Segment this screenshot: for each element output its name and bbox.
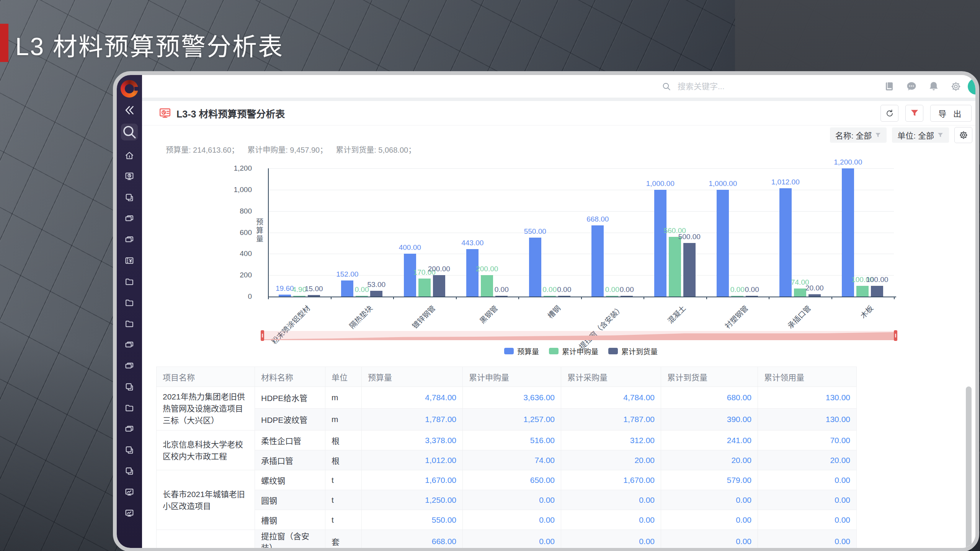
unit-cell: t: [325, 490, 362, 510]
value-cell: 650.00: [463, 470, 561, 490]
bar-预算量-9[interactable]: [779, 188, 792, 297]
search-input[interactable]: [677, 82, 803, 91]
funnel-icon: [875, 132, 881, 139]
bar-预算量-2[interactable]: [341, 280, 353, 297]
table-scrollbar[interactable]: [966, 386, 972, 548]
value-cell: 0.00: [758, 530, 857, 548]
material-name-cell: 螺纹钢: [255, 470, 325, 490]
bar-累计到货量-10[interactable]: [871, 286, 883, 297]
table-row: 提拉窗（含安装）套668.000.000.000.000.00: [157, 530, 857, 548]
name-filter-chip[interactable]: 名称: 全部: [830, 127, 887, 143]
settings-icon[interactable]: [950, 81, 962, 92]
bar-预算量-8[interactable]: [717, 190, 729, 297]
sidebar-item-stack-rects-icon[interactable]: [124, 235, 134, 245]
sidebar-collapse-button[interactable]: [123, 104, 136, 117]
material-name-cell: HDPE波纹管: [255, 409, 325, 430]
sidebar-item-folder-icon[interactable]: [124, 319, 134, 329]
column-header: 项目名称: [157, 367, 255, 387]
bar-累计到货量-8[interactable]: [746, 296, 758, 297]
bar-预算量-10[interactable]: [842, 168, 854, 297]
refresh-icon: [885, 109, 894, 118]
zoom-handle-right[interactable]: [894, 330, 897, 341]
zoom-handle-left[interactable]: [261, 330, 264, 341]
bar-累计申购量-4[interactable]: [481, 275, 493, 297]
bar-累计到货量-7[interactable]: [683, 243, 696, 297]
bar-预算量-7[interactable]: [654, 190, 666, 297]
sidebar-item-copy-squares-icon[interactable]: [124, 192, 134, 202]
bar-预算量-1[interactable]: [279, 295, 291, 297]
value-cell: 0.00: [661, 530, 758, 548]
sidebar-item-stack-rects-icon[interactable]: [124, 361, 134, 371]
sidebar-item-copy-squares-icon[interactable]: [124, 466, 134, 476]
sidebar-item-stack-rects-icon[interactable]: [124, 214, 134, 223]
filter-chips-row: 名称: 全部 单位: 全部: [830, 127, 972, 143]
bar-预算量-5[interactable]: [529, 238, 541, 297]
bar-累计到货量-4[interactable]: [495, 296, 508, 297]
value-cell: 4,784.00: [362, 387, 463, 409]
value-cell: 20.00: [661, 450, 758, 470]
report-content: L3-3 材料预算预警分析表 导 出 名称: 全部 单位: 全部: [142, 101, 975, 548]
chart-settings-button[interactable]: [954, 127, 972, 143]
bar-累计申购量-8[interactable]: [731, 296, 743, 297]
bar-预算量-3[interactable]: [404, 254, 416, 297]
bar-累计到货量-5[interactable]: [558, 296, 570, 297]
sidebar-item-monitor-trend-icon[interactable]: [124, 487, 134, 497]
sidebar-item-copy-squares-icon[interactable]: [124, 382, 134, 392]
global-search[interactable]: [662, 82, 815, 91]
legend-item-预算量[interactable]: 预算量: [504, 346, 539, 356]
bar-累计申购量-2[interactable]: [356, 296, 368, 297]
bar-累计到货量-6[interactable]: [621, 296, 633, 297]
filter-button[interactable]: [905, 105, 923, 122]
sidebar-search-button[interactable]: [121, 124, 138, 140]
column-header: 累计到货量: [661, 367, 758, 387]
notebook-icon[interactable]: [884, 81, 895, 92]
chart-zoom-slider[interactable]: [263, 331, 895, 340]
x-axis-tick: [456, 297, 457, 299]
export-button[interactable]: 导 出: [930, 105, 972, 122]
bar-累计到货量-2[interactable]: [370, 291, 382, 297]
page-title: L3 材料预算预警分析表: [15, 27, 284, 62]
search-icon: [662, 82, 671, 91]
sidebar-item-stack-rects-icon[interactable]: [124, 424, 134, 434]
sidebar-item-copy-squares-icon[interactable]: [124, 445, 134, 455]
notifications-icon[interactable]: [928, 81, 939, 92]
sidebar-item-receipt-yen-icon[interactable]: [124, 256, 134, 266]
bar-累计申购量-6[interactable]: [606, 296, 618, 297]
bar-预算量-6[interactable]: [591, 225, 604, 297]
bar-累计到货量-1[interactable]: [308, 295, 320, 297]
unit-cell: 根: [325, 450, 362, 470]
project-name-cell: [157, 530, 255, 548]
refresh-button[interactable]: [880, 105, 898, 122]
bar-累计申购量-9[interactable]: [794, 289, 806, 297]
bar-累计申购量-5[interactable]: [544, 296, 556, 297]
project-name-cell: 长春市2021年城镇老旧小区改造项目: [157, 470, 255, 530]
unit-filter-chip[interactable]: 单位: 全部: [892, 127, 949, 143]
sidebar-item-dashboard-monitor-icon[interactable]: [124, 171, 134, 181]
bar-累计申购量-3[interactable]: [418, 279, 431, 297]
value-cell: 0.00: [758, 510, 857, 530]
gridline: [268, 190, 894, 190]
sidebar-item-folder-icon[interactable]: [124, 277, 134, 287]
bar-累计到货量-9[interactable]: [808, 294, 821, 297]
bar-累计到货量-3[interactable]: [433, 275, 445, 297]
sidebar-item-home-icon[interactable]: [124, 150, 134, 160]
messages-icon[interactable]: [906, 81, 917, 92]
value-cell: 1,250.00: [362, 490, 463, 510]
bar-累计申购量-1[interactable]: [293, 296, 305, 297]
x-axis-tick: [831, 297, 832, 299]
legend-item-累计申购量[interactable]: 累计申购量: [549, 346, 598, 356]
bar-预算量-4[interactable]: [466, 249, 479, 297]
gear-icon: [959, 130, 969, 140]
legend-item-累计到货量[interactable]: 累计到货量: [608, 346, 658, 356]
value-cell: 0.00: [561, 490, 661, 510]
sidebar-item-folder-icon[interactable]: [124, 403, 134, 413]
bar-累计申购量-10[interactable]: [856, 286, 869, 297]
sidebar-item-stack-rects-icon[interactable]: [124, 340, 134, 350]
unit-filter-label: 单位: 全部: [897, 129, 934, 141]
bar-value-label: 1,000.00: [635, 179, 685, 188]
sidebar-item-folder-icon[interactable]: [124, 298, 134, 308]
bar-累计申购量-7[interactable]: [669, 237, 681, 297]
sidebar-item-monitor-trend-icon[interactable]: [124, 508, 134, 518]
x-axis-tick: [518, 297, 519, 299]
bar-value-label: 400.00: [385, 243, 435, 252]
